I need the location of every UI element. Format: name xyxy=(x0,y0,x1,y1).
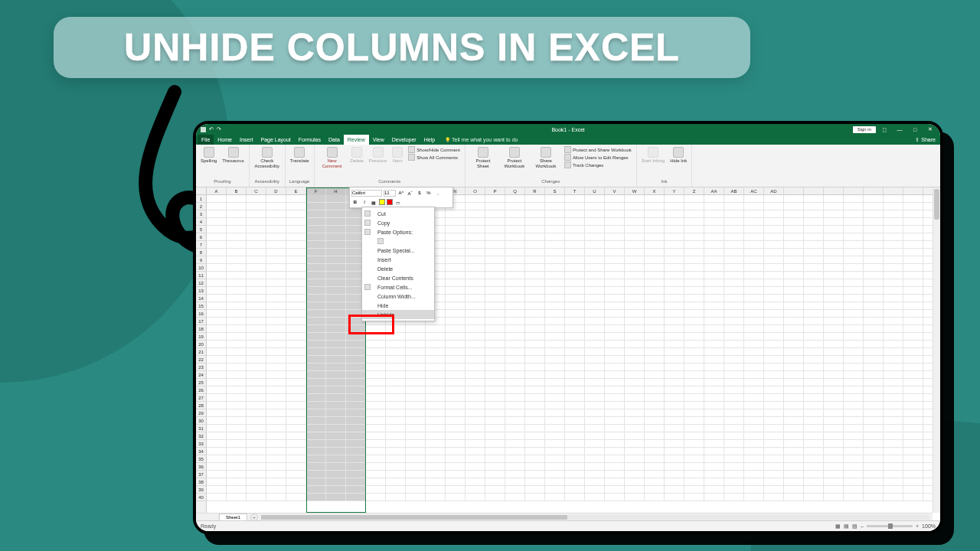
cell[interactable] xyxy=(446,333,466,341)
cell[interactable] xyxy=(784,386,804,394)
cell[interactable] xyxy=(545,272,565,279)
cell[interactable] xyxy=(207,409,227,417)
cell[interactable] xyxy=(903,364,923,371)
cell[interactable] xyxy=(207,272,227,279)
cell[interactable] xyxy=(466,379,485,386)
cell[interactable] xyxy=(505,226,525,233)
cell[interactable] xyxy=(784,463,804,471)
cell[interactable] xyxy=(266,195,286,203)
cell[interactable] xyxy=(545,471,565,478)
cell[interactable] xyxy=(326,287,346,295)
cell[interactable] xyxy=(266,371,286,379)
cell[interactable] xyxy=(903,432,923,440)
cell[interactable] xyxy=(446,455,466,463)
cell[interactable] xyxy=(605,249,625,256)
cell[interactable] xyxy=(724,371,744,379)
cell[interactable] xyxy=(625,333,645,341)
share-wb-button[interactable]: Share Workbook xyxy=(531,146,560,170)
cell[interactable] xyxy=(247,318,266,325)
cell[interactable] xyxy=(764,486,784,494)
cell[interactable] xyxy=(346,432,366,440)
cell[interactable] xyxy=(207,325,227,333)
cell[interactable] xyxy=(764,494,784,501)
cell[interactable] xyxy=(903,409,923,417)
cell[interactable] xyxy=(266,356,286,364)
cell[interactable] xyxy=(764,463,784,471)
cell[interactable] xyxy=(326,333,346,341)
cell[interactable] xyxy=(266,287,286,295)
cell[interactable] xyxy=(286,486,306,494)
cell[interactable] xyxy=(545,195,565,203)
cell[interactable] xyxy=(286,302,306,310)
cell[interactable] xyxy=(227,386,247,394)
cell[interactable] xyxy=(406,341,426,348)
cell[interactable] xyxy=(306,287,326,295)
cell[interactable] xyxy=(724,333,744,341)
cell[interactable] xyxy=(227,440,247,448)
cell[interactable] xyxy=(286,310,306,318)
cell[interactable] xyxy=(605,471,625,478)
cell[interactable] xyxy=(286,210,306,218)
cell[interactable] xyxy=(804,417,824,425)
cell[interactable] xyxy=(764,310,784,318)
cell[interactable] xyxy=(306,295,326,302)
cell[interactable] xyxy=(545,364,565,371)
cell[interactable] xyxy=(844,287,864,295)
cell[interactable] xyxy=(844,233,864,241)
cell[interactable] xyxy=(227,333,247,341)
cell[interactable] xyxy=(744,287,764,295)
cell[interactable] xyxy=(306,341,326,348)
cell[interactable] xyxy=(286,432,306,440)
cell[interactable] xyxy=(505,302,525,310)
cell[interactable] xyxy=(645,295,665,302)
cell[interactable] xyxy=(545,417,565,425)
cell[interactable] xyxy=(505,432,525,440)
abc-check-button[interactable]: Spelling xyxy=(199,146,218,165)
cell[interactable] xyxy=(266,318,286,325)
cell[interactable] xyxy=(625,371,645,379)
cell[interactable] xyxy=(485,432,505,440)
cell[interactable] xyxy=(784,417,804,425)
cell[interactable] xyxy=(784,478,804,486)
cell[interactable] xyxy=(386,409,406,417)
cell[interactable] xyxy=(326,325,346,333)
cell[interactable] xyxy=(426,478,446,486)
cell[interactable] xyxy=(446,494,466,501)
ctx-insert[interactable]: Insert xyxy=(362,255,434,264)
cell[interactable] xyxy=(884,356,903,364)
cell[interactable] xyxy=(446,486,466,494)
cell[interactable] xyxy=(605,279,625,287)
cell[interactable] xyxy=(426,402,446,409)
cell[interactable] xyxy=(704,455,724,463)
cell[interactable] xyxy=(764,218,784,226)
cell[interactable] xyxy=(406,432,426,440)
cell[interactable] xyxy=(545,486,565,494)
cell[interactable] xyxy=(585,425,605,432)
cell[interactable] xyxy=(884,432,903,440)
cell[interactable] xyxy=(605,409,625,417)
cell[interactable] xyxy=(346,486,366,494)
cell[interactable] xyxy=(247,256,266,264)
cell[interactable] xyxy=(207,264,227,272)
cell[interactable] xyxy=(525,210,545,218)
cell[interactable] xyxy=(266,241,286,249)
cell[interactable] xyxy=(764,264,784,272)
cell[interactable] xyxy=(266,386,286,394)
cell[interactable] xyxy=(804,195,824,203)
cell[interactable] xyxy=(247,425,266,432)
row-header-36[interactable]: 36 xyxy=(196,463,206,471)
col-header-W[interactable]: W xyxy=(625,187,645,194)
cell[interactable] xyxy=(665,318,684,325)
menu-developer[interactable]: Developer xyxy=(388,135,420,145)
cell[interactable] xyxy=(545,241,565,249)
cell[interactable] xyxy=(545,440,565,448)
cell[interactable] xyxy=(824,478,844,486)
translate-button[interactable]: Translate xyxy=(289,146,311,165)
cell[interactable] xyxy=(306,210,326,218)
select-all-corner[interactable] xyxy=(196,187,207,195)
cell[interactable] xyxy=(286,218,306,226)
cell[interactable] xyxy=(366,364,386,371)
col-header-D[interactable]: D xyxy=(266,187,286,194)
cell[interactable] xyxy=(645,203,665,210)
cell[interactable] xyxy=(386,486,406,494)
